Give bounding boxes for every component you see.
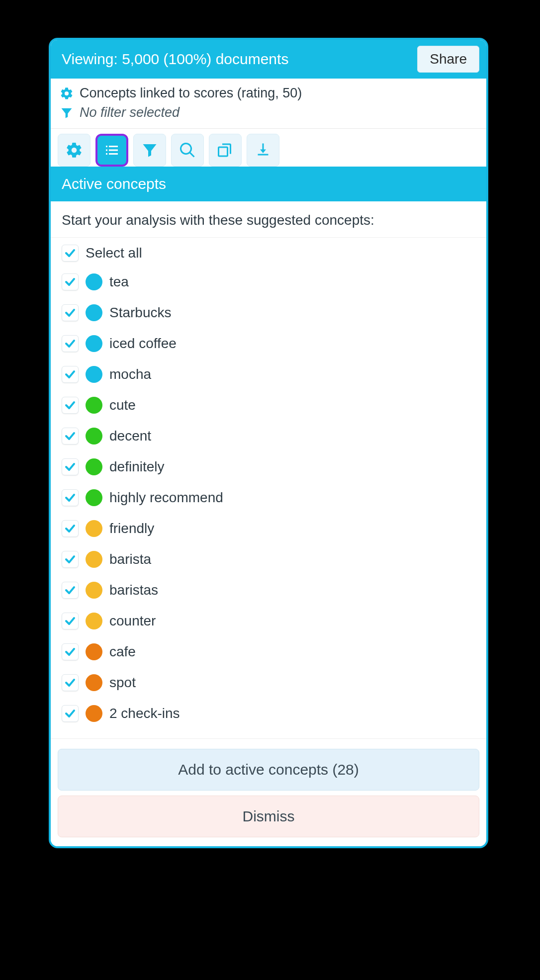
- color-swatch: [86, 674, 102, 691]
- concept-row[interactable]: cute: [62, 390, 481, 421]
- gear-icon: [60, 87, 74, 100]
- add-to-active-button[interactable]: Add to active concepts (28): [58, 749, 479, 791]
- concept-row[interactable]: definitely: [62, 451, 481, 482]
- concept-row[interactable]: decent: [62, 421, 481, 451]
- concepts-linked-text: Concepts linked to scores (rating, 50): [80, 86, 302, 101]
- concept-checkbox[interactable]: [62, 428, 79, 445]
- concept-label: counter: [109, 613, 156, 629]
- concept-label: 2 check-ins: [109, 706, 180, 721]
- concept-label: cafe: [109, 644, 136, 660]
- concept-row[interactable]: baristas: [62, 575, 481, 606]
- filter-row[interactable]: No filter selected: [60, 103, 477, 122]
- list-button[interactable]: [95, 134, 128, 167]
- share-button[interactable]: Share: [417, 46, 479, 73]
- concept-row[interactable]: tea: [62, 267, 481, 297]
- concept-row[interactable]: mocha: [62, 359, 481, 390]
- concept-label: decent: [109, 428, 151, 444]
- color-swatch: [86, 520, 102, 537]
- filter-button[interactable]: [133, 134, 166, 167]
- concept-checkbox[interactable]: [62, 335, 79, 352]
- status-bar: Concepts linked to scores (rating, 50) N…: [51, 79, 486, 129]
- concept-row[interactable]: spot: [62, 667, 481, 698]
- app-window: Viewing: 5,000 (100%) documents Share Co…: [49, 38, 488, 848]
- concept-checkbox[interactable]: [62, 304, 79, 321]
- concept-checkbox[interactable]: [62, 489, 79, 506]
- concept-label: friendly: [109, 521, 154, 536]
- section-title: Active concepts: [51, 167, 486, 201]
- concept-row[interactable]: counter: [62, 606, 481, 636]
- concept-checkbox[interactable]: [62, 551, 79, 568]
- concept-checkbox[interactable]: [62, 366, 79, 383]
- concept-label: baristas: [109, 582, 158, 598]
- filter-text: No filter selected: [80, 105, 180, 120]
- concept-list[interactable]: teaStarbucksiced coffeemochacutedecentde…: [51, 264, 486, 731]
- concept-label: barista: [109, 551, 151, 567]
- color-swatch: [86, 397, 102, 414]
- concept-checkbox[interactable]: [62, 273, 79, 290]
- color-swatch: [86, 489, 102, 506]
- concept-row[interactable]: barista: [62, 544, 481, 575]
- color-swatch: [86, 304, 102, 321]
- concept-row[interactable]: friendly: [62, 513, 481, 544]
- concept-label: highly recommend: [109, 490, 223, 506]
- concept-label: spot: [109, 675, 136, 691]
- select-all-row[interactable]: Select all: [51, 238, 486, 264]
- color-swatch: [86, 582, 102, 599]
- concept-label: tea: [109, 274, 129, 290]
- color-swatch: [86, 428, 102, 445]
- concept-checkbox[interactable]: [62, 458, 79, 475]
- concept-row[interactable]: Starbucks: [62, 297, 481, 328]
- topbar: Viewing: 5,000 (100%) documents Share: [51, 40, 486, 79]
- select-all-checkbox[interactable]: [62, 245, 79, 262]
- concepts-linked-row[interactable]: Concepts linked to scores (rating, 50): [60, 84, 477, 103]
- concept-label: mocha: [109, 366, 151, 382]
- viewing-label: Viewing: 5,000 (100%) documents: [62, 51, 288, 68]
- copy-button[interactable]: [209, 134, 242, 167]
- concept-checkbox[interactable]: [62, 613, 79, 629]
- color-swatch: [86, 458, 102, 475]
- concept-checkbox[interactable]: [62, 397, 79, 414]
- concept-checkbox[interactable]: [62, 674, 79, 691]
- color-swatch: [86, 613, 102, 629]
- footer: Add to active concepts (28) Dismiss: [51, 738, 486, 846]
- color-swatch: [86, 366, 102, 383]
- toolbar: [51, 129, 486, 167]
- download-button[interactable]: [247, 134, 279, 167]
- color-swatch: [86, 643, 102, 660]
- section-intro: Start your analysis with these suggested…: [51, 201, 486, 238]
- concept-checkbox[interactable]: [62, 582, 79, 599]
- concept-label: definitely: [109, 459, 165, 475]
- color-swatch: [86, 705, 102, 722]
- concept-label: iced coffee: [109, 336, 177, 352]
- search-button[interactable]: [171, 134, 204, 167]
- color-swatch: [86, 551, 102, 568]
- concept-row[interactable]: iced coffee: [62, 328, 481, 359]
- concept-row[interactable]: highly recommend: [62, 482, 481, 513]
- concept-checkbox[interactable]: [62, 643, 79, 660]
- funnel-icon: [60, 106, 74, 120]
- concept-row[interactable]: 2 check-ins: [62, 698, 481, 729]
- concept-label: cute: [109, 397, 136, 413]
- color-swatch: [86, 335, 102, 352]
- concept-label: Starbucks: [109, 305, 172, 321]
- concept-checkbox[interactable]: [62, 705, 79, 722]
- settings-button[interactable]: [58, 134, 90, 167]
- select-all-label: Select all: [86, 245, 142, 261]
- color-swatch: [86, 273, 102, 290]
- dismiss-button[interactable]: Dismiss: [58, 796, 479, 837]
- concept-row[interactable]: cafe: [62, 636, 481, 667]
- concept-checkbox[interactable]: [62, 520, 79, 537]
